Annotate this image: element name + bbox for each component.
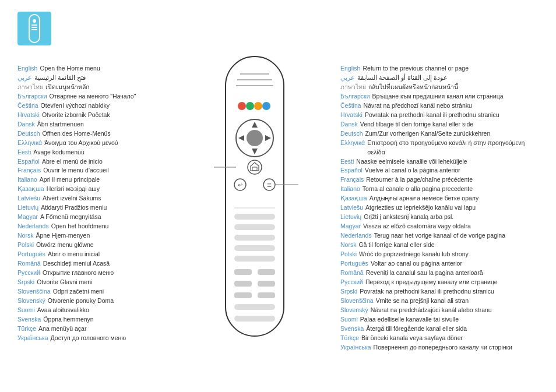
lang-description: Atgriezties uz iepriekšējo kanālu vai la…: [365, 203, 476, 213]
lang-entry: SlovenskýNávrat na predchádzajúci kanál …: [340, 306, 539, 315]
lang-label: Türkçe: [340, 334, 359, 343]
lang-entry: ҚазақшаАлдыңғы арнаға немесе бетке оралу: [340, 194, 539, 203]
svg-point-1: [33, 19, 36, 23]
lang-label: Polski: [340, 250, 357, 259]
lang-label: Magyar: [17, 213, 38, 222]
lang-entry: DanskÅbri startmenuen: [17, 120, 169, 129]
lang-description: Ana menüyü açar: [38, 324, 86, 334]
lang-description: Доступ до головного меню: [51, 334, 126, 343]
lang-label: Slovenský: [17, 296, 45, 306]
lang-label: Dansk: [17, 120, 35, 129]
lang-description: Povratak na prethodni kanal ili prethodn…: [365, 111, 499, 120]
lang-entry: HrvatskiPovratak na prethodni kanal ili …: [340, 111, 539, 120]
lang-label: Қазақша: [17, 185, 44, 194]
lang-entry: TürkçeBir önceki kanala veya sayfaya dön…: [340, 334, 539, 343]
remote-icon-box: [17, 12, 51, 45]
lang-label: Suomi: [340, 315, 358, 324]
lang-entry: ItalianoTorna al canale o alla pagina pr…: [340, 185, 539, 194]
lang-entry: РусскийПереход к предыдущему каналу или …: [340, 278, 539, 287]
lang-label: Polski: [17, 241, 34, 250]
lang-entry: EspañolVuelve al canal o la página anter…: [340, 166, 539, 175]
lang-description: Öppna hemmenyn: [43, 315, 93, 324]
svg-point-11: [254, 102, 262, 110]
lang-description: Негізгі мәзірді ашу: [47, 185, 100, 194]
lang-label: Čeština: [17, 101, 38, 111]
svg-rect-38: [234, 304, 275, 310]
lang-label: Español: [340, 166, 363, 175]
lang-entry: عودة إلى القناة أو الصفحة السابقةعربي: [340, 73, 539, 83]
lang-entry: SvenskaÅtergå till föregående kanal elle…: [340, 324, 539, 334]
lang-description: Odpri začetni meni: [53, 287, 104, 296]
lang-description: Връщане към предишния канал или страница: [372, 92, 504, 101]
lang-description: Abrir o menu inicial: [48, 250, 100, 259]
lang-label: Français: [17, 166, 41, 175]
lang-entry: DanskVend tilbage til den forrige kanal …: [340, 120, 539, 129]
lang-entry: FrançaisRetourner à la page/chaîne précé…: [340, 175, 539, 185]
lang-label: Български: [17, 92, 47, 101]
lang-description: Vissza az előző csatornára vagy oldalra: [363, 222, 471, 231]
lang-entry: MagyarA Főmenü megnyitása: [17, 213, 169, 222]
lang-label: Italiano: [340, 185, 360, 194]
lang-label: Türkçe: [17, 324, 36, 334]
lang-description: Grįžti į ankstesnį kanalą arba psl.: [364, 213, 453, 222]
svg-rect-4: [31, 29, 37, 30]
lang-entry: ภาษาไทยเปิดเมนูหน้าหลัก: [17, 83, 169, 92]
lang-description: فتح القائمة الرئيسية: [34, 73, 86, 83]
lang-entry: LietuviųGrįžti į ankstesnį kanalą arba p…: [340, 213, 539, 222]
right-column: EnglishReturn to the previous channel or…: [340, 58, 539, 380]
lang-entry: ΕλληνικάΆνοιγμα του Αρχικού μενού: [17, 139, 169, 148]
lang-label: Українська: [17, 334, 48, 343]
lang-label: Slovenščina: [340, 296, 374, 306]
lang-description: A Főmenü megnyitása: [40, 213, 101, 222]
lang-description: Vuelve al canal o la página anterior: [365, 166, 460, 175]
lang-entry: ItalianoApri il menu principale: [17, 175, 169, 185]
lang-entry: БългарскиОтваряне на менюто "Начало": [17, 92, 169, 101]
svg-point-14: [247, 130, 263, 146]
lang-entry: ΕλληνικάΕπιστροφή στο προηγούμενο κανάλι…: [340, 139, 539, 157]
lang-description: Открытие главного меню: [43, 269, 114, 278]
lang-label: Български: [340, 92, 370, 101]
lang-entry: ҚазақшаНегізгі мәзірді ашу: [17, 185, 169, 194]
lang-entry: LatviešuAtvērt izvēlni Sākums: [17, 194, 169, 203]
svg-rect-0: [29, 15, 40, 43]
lang-label: Ελληνικά: [340, 139, 365, 148]
lang-label: Português: [17, 250, 45, 259]
lang-label: Italiano: [17, 175, 37, 185]
lang-label: Norsk: [17, 231, 33, 241]
lang-entry: EnglishOpen the Home menu: [17, 64, 169, 73]
lang-entry: NederlandsTerug naar het vorige kanaal o…: [340, 231, 539, 241]
lang-entry: فتح القائمة الرئيسيةعربي: [17, 73, 169, 83]
lang-description: Otevření výchozí nabídky: [41, 101, 110, 111]
lang-entry: EspañolAbre el menú de inicio: [17, 157, 169, 167]
lang-description: Επιστροφή στο προηγούμενο κανάλι ή στην …: [367, 139, 539, 157]
lang-entry: HrvatskiOtvorite izbornik Početak: [17, 111, 169, 120]
lang-description: Atvērt izvēlni Sākums: [43, 194, 101, 203]
lang-label: Lietuvių: [17, 203, 38, 213]
lang-entry: NorskGå til forrige kanal eller side: [340, 241, 539, 250]
lang-entry: NorskÅpne Hjem-menyen: [17, 231, 169, 241]
lang-description: Wróć do poprzedniego kanału lub strony: [359, 250, 469, 259]
lang-label: Русский: [340, 278, 363, 287]
lang-label: Srpski: [340, 287, 357, 296]
lang-label: Português: [340, 259, 368, 269]
svg-point-12: [262, 102, 270, 110]
lang-description: Gå til forrige kanal eller side: [358, 241, 434, 250]
lang-entry: FrançaisOuvrir le menu d'accueil: [17, 166, 169, 175]
lang-label: Nederlands: [17, 222, 49, 231]
lang-label: Magyar: [340, 222, 361, 231]
svg-rect-33: [258, 269, 275, 275]
svg-point-9: [238, 102, 246, 110]
left-column: EnglishOpen the Home menuفتح القائمة الر…: [17, 58, 169, 380]
svg-text:↩: ↩: [238, 182, 242, 188]
lang-description: Návrat na předchozí kanál nebo stránku: [364, 101, 472, 111]
lang-description: Deschideți meniul Acasă: [43, 259, 110, 269]
svg-rect-2: [31, 24, 37, 26]
lang-entry: MagyarVissza az előző csatornára vagy ol…: [340, 222, 539, 231]
lang-description: Avaa aloitusvalikko: [37, 306, 89, 315]
remote-center: ↩ ☰: [169, 12, 340, 380]
lang-entry: RomânăDeschideți meniul Acasă: [17, 259, 169, 269]
lang-label: Eesti: [340, 157, 354, 167]
lang-label: Ελληνικά: [17, 139, 42, 148]
lang-entry: SrpskiPovratak na prethodni kanal ili pr…: [340, 287, 539, 296]
lang-entry: ČeštinaOtevření výchozí nabídky: [17, 101, 169, 111]
